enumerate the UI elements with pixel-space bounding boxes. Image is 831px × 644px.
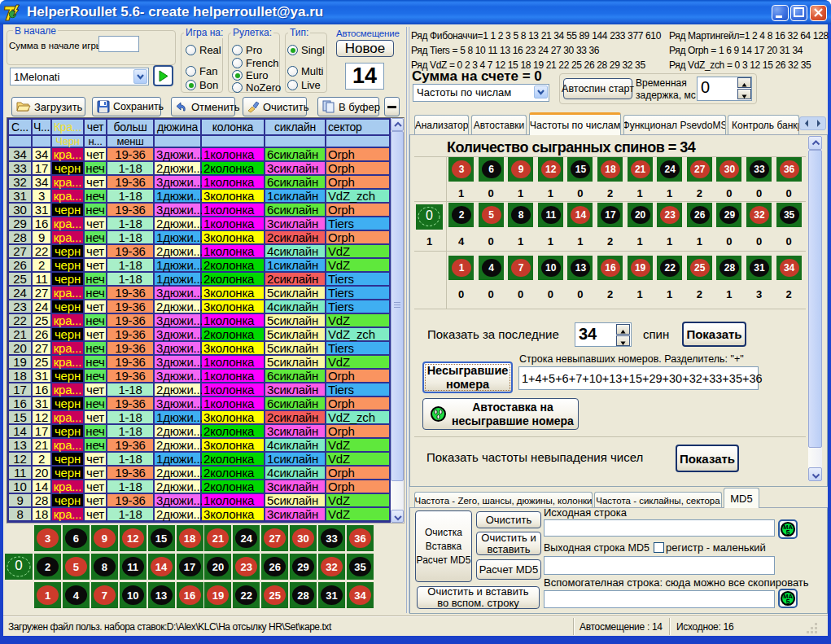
- svg-text:5: 5: [786, 598, 790, 606]
- svg-text:5: 5: [786, 528, 790, 537]
